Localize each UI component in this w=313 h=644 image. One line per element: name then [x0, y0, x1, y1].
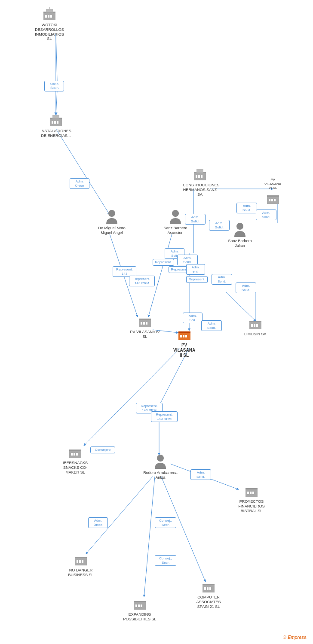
label-sanz-julian: Sanz Barbero Julian: [223, 239, 257, 248]
label-construcciones: CONSTRUCCIONES HERMANOS SANZ SA: [183, 183, 217, 197]
svg-rect-79: [134, 601, 146, 602]
svg-line-17: [86, 477, 153, 554]
svg-rect-32: [52, 115, 59, 118]
svg-rect-71: [252, 492, 254, 494]
badge-adm-ent: Adm.ent.: [186, 264, 205, 275]
label-pv-vi-top: PVVILASANAVI SL: [264, 178, 281, 190]
node-construcciones[interactable]: CONSTRUCCIONES HERMANOS SANZ SA: [183, 167, 217, 197]
badge-adm-solid-pv-vi2: Adm.Solid.: [256, 210, 276, 220]
svg-rect-25: [46, 9, 53, 12]
building-icon-expanding: [132, 596, 147, 611]
person-icon-sanz-asuncion: [168, 210, 183, 225]
svg-line-1: [56, 34, 57, 81]
node-wotoki[interactable]: WOTOKI DESARROLLOS INMOBILIARIOS SL: [32, 6, 67, 41]
person-icon-rodero: [153, 454, 168, 470]
svg-rect-80: [138, 605, 140, 607]
svg-rect-41: [271, 199, 273, 201]
badge-adm-unico-nodanger: Adm.Único: [88, 517, 108, 528]
building-icon-limosin: [248, 316, 263, 331]
label-wotoki: WOTOKI DESARROLLOS INMOBILIARIOS SL: [32, 23, 67, 41]
svg-rect-86: [209, 587, 211, 590]
node-pv-ii[interactable]: PVVILASANAII SL: [173, 326, 195, 358]
label-de-miguel: De Miguel Moro Miguel Angel: [95, 226, 129, 235]
svg-rect-70: [250, 492, 252, 494]
svg-rect-56: [180, 335, 182, 337]
label-pv-iv: PV VILASANA IV SL: [128, 330, 162, 339]
node-computer-associates[interactable]: COMPUTER ASSOCIATES SPAIN 21 SL: [191, 579, 226, 609]
node-no-danger[interactable]: NO DANGER BUSINESS SL: [64, 552, 98, 577]
badge-adm-solid-const2: Adm.Solid.: [209, 220, 230, 231]
badge-adm-solid-pv2: Adm.Solid.: [201, 320, 222, 331]
svg-rect-58: [249, 321, 261, 322]
label-ibersnacks: IBERSNACKS SNACKS CO-MAKER SL: [58, 461, 92, 474]
node-rodero[interactable]: Rodero Arrubarrena Aritza: [143, 454, 178, 480]
label-instalaciones: INSTALACIONES DE ENERGIAS...: [39, 129, 73, 138]
badge-consej-secr1: Consej.,Secr.: [155, 517, 176, 528]
node-limosin[interactable]: LIMOSIN SA: [244, 316, 267, 337]
building-icon-proyectos: [244, 483, 259, 498]
svg-rect-69: [245, 488, 258, 489]
svg-rect-75: [79, 560, 81, 563]
svg-line-19: [161, 477, 206, 582]
svg-rect-40: [267, 195, 279, 197]
svg-rect-48: [139, 319, 151, 320]
svg-rect-60: [256, 324, 258, 327]
node-proyectos[interactable]: PROYECTOS FINANCIEROS BISTRAL SL: [234, 483, 269, 513]
svg-rect-82: [135, 605, 137, 607]
svg-rect-49: [143, 322, 145, 325]
building-icon-pv-iv: [137, 313, 153, 329]
badge-consejero: Consejero: [90, 447, 115, 453]
svg-rect-31: [52, 121, 53, 124]
copyright-symbol: ©: [283, 635, 286, 640]
svg-point-45: [172, 210, 179, 217]
building-icon-no-danger: [73, 552, 89, 567]
badge-adm-solid-right1: Adm.Solid.: [212, 274, 232, 285]
label-proyectos: PROYECTOS FINANCIEROS BISTRAL SL: [234, 499, 269, 513]
node-de-miguel[interactable]: De Miguel Moro Miguel Angel: [95, 210, 129, 235]
graph-container: WOTOKI DESARROLLOS INMOBILIARIOS SL INST…: [0, 0, 313, 644]
badge-represent-143rrm: Represent.143 RRM: [129, 276, 155, 286]
svg-line-3: [56, 129, 110, 215]
svg-point-67: [157, 455, 164, 462]
svg-rect-77: [77, 560, 78, 563]
svg-rect-63: [69, 450, 81, 451]
svg-rect-36: [201, 175, 203, 178]
node-expanding[interactable]: EXPANDING POSSIBILITIES SL: [123, 596, 157, 622]
svg-rect-84: [203, 584, 215, 585]
svg-rect-76: [82, 560, 83, 563]
svg-line-2: [56, 90, 57, 115]
badge-consej-secr2: Consej.,Secr.: [155, 555, 176, 566]
svg-rect-30: [57, 121, 58, 124]
svg-rect-54: [183, 335, 184, 337]
svg-rect-38: [196, 169, 203, 173]
badge-adm-solid-pv-vi1: Adm.Solid.: [236, 203, 257, 213]
badge-adm-solid-const1: Adm.Solid.: [185, 214, 206, 225]
person-icon-de-miguel: [104, 210, 120, 225]
svg-line-18: [144, 477, 155, 597]
svg-rect-53: [178, 331, 190, 333]
svg-rect-65: [76, 453, 78, 456]
label-limosin: LIMOSIN SA: [244, 332, 267, 337]
node-pv-vilasana-vi[interactable]: PVVILASANAVI SL: [264, 177, 281, 206]
building-icon-pv-vi: [265, 190, 281, 206]
svg-rect-81: [141, 605, 142, 607]
svg-rect-50: [146, 322, 147, 325]
svg-point-44: [108, 210, 115, 217]
svg-rect-29: [54, 121, 56, 124]
badge-represent-ent: Represent.: [186, 276, 208, 283]
svg-rect-24: [45, 15, 47, 18]
node-pv-iv[interactable]: PV VILASANA IV SL: [128, 313, 162, 339]
badge-represent-pv2-2: Represent.143 RRM: [151, 411, 178, 422]
label-computer-associates: COMPUTER ASSOCIATES SPAIN 21 SL: [191, 595, 226, 609]
node-instalaciones[interactable]: INSTALACIONES DE ENERGIAS...: [39, 112, 73, 138]
svg-rect-22: [48, 15, 49, 18]
footer-brand: Empresa: [288, 635, 307, 640]
badge-adm-solid-rodero: Adm.Solid.: [190, 469, 211, 480]
svg-line-15: [84, 348, 181, 446]
node-ibersnacks[interactable]: IBERSNACKS SNACKS CO-MAKER SL: [58, 444, 92, 474]
svg-rect-43: [269, 199, 270, 201]
label-expanding: EXPANDING POSSIBILITIES SL: [123, 612, 157, 622]
label-no-danger: NO DANGER BUSINESS SL: [64, 568, 98, 577]
svg-rect-64: [74, 453, 75, 456]
svg-rect-85: [207, 587, 209, 590]
